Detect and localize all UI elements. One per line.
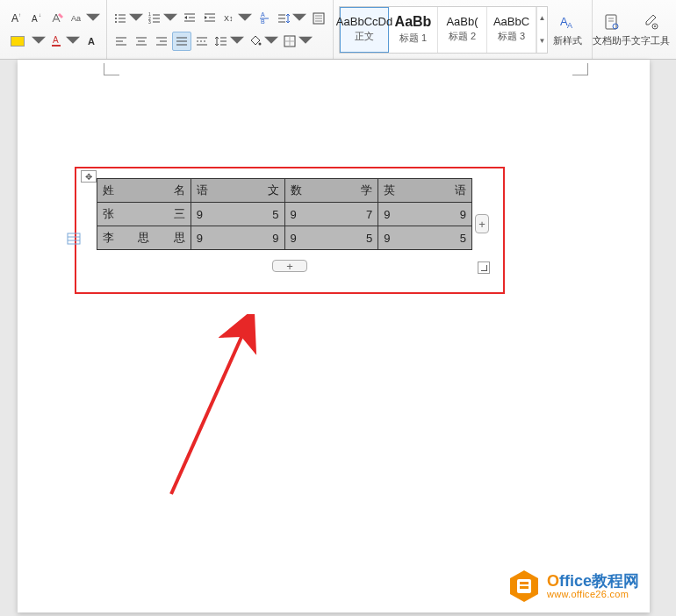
svg-text:Aa: Aa: [71, 14, 81, 23]
svg-text:A: A: [88, 36, 95, 47]
watermark-brand: Office教程网: [547, 573, 639, 590]
text-tools-button[interactable]: 文字工具: [631, 6, 670, 54]
styles-gallery: AaBbCcDd 正文 AaBb 标题 1 AaBb( 标题 2 AaBbC 标…: [339, 6, 548, 54]
table-cell[interactable]: 语文: [191, 179, 284, 203]
align-center-button[interactable]: [132, 32, 151, 51]
table-cell[interactable]: 数学: [284, 179, 378, 203]
table-cell[interactable]: 95: [378, 226, 472, 250]
watermark-url: www.office26.com: [547, 590, 639, 600]
highlight-button[interactable]: [8, 32, 27, 51]
svg-point-55: [259, 42, 262, 45]
new-style-label: 新样式: [553, 34, 582, 47]
shading-button[interactable]: [247, 32, 280, 51]
text-tools-label: 文字工具: [631, 34, 670, 47]
style-preview-text: AaBbCcDd: [336, 16, 392, 27]
svg-point-12: [115, 21, 117, 23]
table-row[interactable]: 李思思 99 95 95: [97, 226, 472, 250]
svg-point-66: [654, 25, 656, 27]
table-cell[interactable]: 99: [378, 203, 472, 226]
align-justify-button[interactable]: [172, 32, 191, 51]
svg-point-8: [115, 14, 117, 16]
borders-button[interactable]: [281, 32, 314, 51]
style-label-text: 正文: [355, 30, 374, 43]
change-case-button[interactable]: Aa: [68, 9, 102, 28]
table-move-handle[interactable]: ✥: [81, 170, 97, 183]
spacing-button[interactable]: [275, 9, 308, 28]
add-row-button[interactable]: +: [272, 260, 307, 272]
table-cell[interactable]: 95: [284, 226, 378, 250]
table-resize-handle[interactable]: [478, 261, 490, 274]
ribbon-group-paragraph: 123 X↕ AB: [107, 0, 334, 59]
svg-point-10: [115, 18, 117, 19]
table-row[interactable]: 姓名 语文 数学 英语: [97, 179, 472, 203]
svg-rect-67: [68, 233, 80, 244]
clear-format-button[interactable]: [48, 9, 68, 28]
grow-font-button[interactable]: A↑: [8, 9, 27, 28]
table-cell[interactable]: 李思思: [97, 226, 191, 250]
style-heading3[interactable]: AaBbC 标题 3: [487, 7, 536, 53]
new-style-button[interactable]: AA 新样式: [548, 6, 586, 54]
gallery-scroll-down[interactable]: ▼: [537, 30, 547, 53]
doc-assistant-label: 文档助手: [593, 34, 631, 47]
gallery-scroll: ▲ ▼: [536, 7, 547, 53]
style-normal[interactable]: AaBbCcDd 正文: [340, 7, 389, 53]
watermark-badge-icon: [507, 569, 542, 604]
numbered-list-button[interactable]: 123: [146, 9, 179, 28]
table-row[interactable]: 张三 95 97 99: [97, 203, 472, 226]
add-column-button[interactable]: +: [475, 214, 489, 233]
align-right-button[interactable]: [152, 32, 171, 51]
svg-text:3: 3: [148, 19, 151, 25]
table-cell[interactable]: 英语: [378, 179, 472, 203]
svg-text:X↕: X↕: [224, 14, 234, 23]
style-label-text: 标题 2: [449, 30, 476, 43]
svg-text:A: A: [32, 14, 38, 24]
watermark-text: Office教程网 www.office26.com: [547, 573, 639, 599]
distributed-align-button[interactable]: [192, 32, 212, 51]
increase-indent-button[interactable]: [200, 9, 219, 28]
bullet-list-button[interactable]: [111, 9, 145, 28]
margin-mark-tl: [104, 63, 119, 75]
svg-text:B: B: [261, 18, 265, 25]
style-heading1[interactable]: AaBb 标题 1: [389, 7, 438, 53]
style-preview-text: AaBb: [395, 15, 432, 29]
margin-mark-tr: [572, 63, 588, 75]
style-preview-text: AaBbC: [493, 16, 529, 27]
decrease-indent-button[interactable]: [180, 9, 199, 28]
table-cell[interactable]: 95: [191, 203, 284, 226]
style-label-text: 标题 1: [399, 32, 427, 45]
side-select-icon[interactable]: [67, 233, 81, 245]
svg-rect-6: [52, 45, 61, 47]
svg-line-70: [171, 327, 246, 494]
gallery-scroll-up[interactable]: ▲: [537, 7, 547, 30]
svg-point-64: [613, 24, 618, 29]
vertical-text-button[interactable]: AB: [255, 9, 274, 28]
svg-text:↓: ↓: [39, 12, 41, 18]
ribbon-group-font: A↑ A↓ Aa A: [4, 0, 107, 59]
table-cell[interactable]: 99: [191, 226, 284, 250]
site-watermark: Office教程网 www.office26.com: [507, 569, 639, 604]
highlight-dropdown[interactable]: [28, 32, 47, 51]
svg-rect-74: [520, 586, 529, 589]
paragraph-dialog-button[interactable]: [309, 9, 328, 28]
document-table[interactable]: 姓名 语文 数学 英语 张三 95 97 99 李思思 99 95 95: [97, 178, 472, 250]
align-left-button[interactable]: [111, 32, 131, 51]
text-direction-button[interactable]: X↕: [220, 9, 254, 28]
svg-text:A: A: [261, 11, 265, 18]
svg-text:↑: ↑: [18, 12, 21, 18]
svg-text:A: A: [567, 21, 572, 30]
svg-text:A: A: [11, 12, 18, 25]
table-cell[interactable]: 姓名: [97, 179, 191, 203]
table-cell[interactable]: 张三: [97, 203, 191, 226]
font-style-a-button[interactable]: A: [83, 32, 102, 51]
svg-text:A: A: [53, 35, 59, 45]
annotation-arrow-icon: [162, 314, 277, 498]
style-heading2[interactable]: AaBb( 标题 2: [438, 7, 487, 53]
document-page[interactable]: ✥ 姓名 语文 数学 英语 张三 95 97 99 李思思 99 95 95 +…: [18, 60, 650, 612]
style-label-text: 标题 3: [498, 30, 525, 43]
shrink-font-button[interactable]: A↓: [28, 9, 47, 28]
font-color-button[interactable]: A: [48, 32, 82, 51]
line-spacing-button[interactable]: [212, 32, 246, 51]
table-cell[interactable]: 97: [284, 203, 378, 226]
doc-assistant-button[interactable]: 文档助手: [593, 6, 631, 54]
svg-rect-73: [520, 582, 529, 584]
